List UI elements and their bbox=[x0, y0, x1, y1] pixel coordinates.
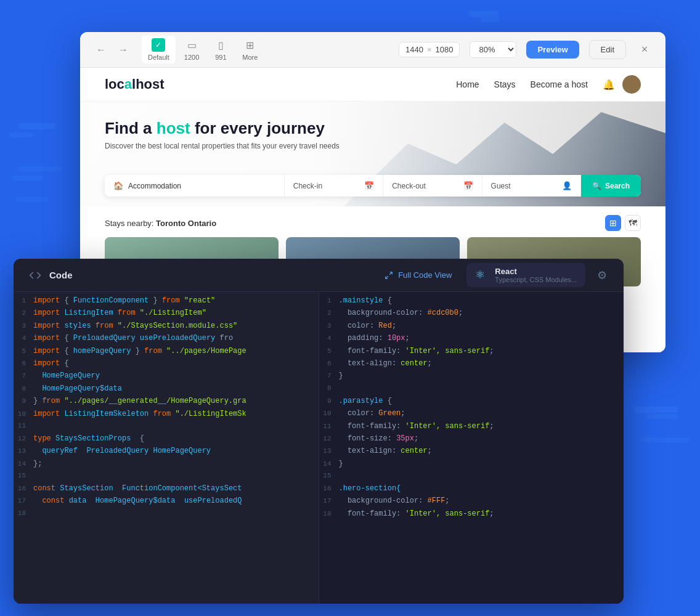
search-button[interactable]: 🔍 Search bbox=[581, 175, 641, 197]
size-separator: × bbox=[427, 45, 432, 54]
code-panel-title: Code bbox=[49, 270, 73, 280]
full-code-view-button[interactable]: Full Code View bbox=[385, 270, 452, 280]
checkin-field[interactable]: Check-in 📅 bbox=[285, 175, 383, 197]
size-display: 1440 × 1080 bbox=[399, 42, 460, 57]
close-button[interactable]: × bbox=[636, 41, 653, 59]
code-line: 8 HomePageQuery$data bbox=[14, 383, 319, 395]
search-icon: 🔍 bbox=[592, 182, 601, 190]
js-code-pane[interactable]: 1import { FunctionComponent } from "reac… bbox=[14, 292, 319, 604]
code-line: 12type StaysSectionProps { bbox=[14, 432, 319, 445]
code-line: 17 const data HomePageQuery$data usePrel… bbox=[14, 495, 319, 507]
code-line: 13 queryRef PreloadedQuery HomePageQuery bbox=[14, 445, 319, 457]
code-line: 18 font-family: 'Inter', sans-serif; bbox=[319, 508, 624, 520]
code-bracket-icon bbox=[26, 266, 44, 285]
device-btn-default[interactable]: ✓ Default bbox=[142, 36, 176, 63]
code-line: 9} from "../pages/__generated__/HomePage… bbox=[14, 395, 319, 407]
code-line: 11 font-family: 'Inter', sans-serif; bbox=[319, 420, 624, 432]
code-panel: Code Full Code View ⚛ React Typescript, … bbox=[14, 259, 624, 604]
svg-line-0 bbox=[389, 272, 392, 274]
hero-title: Find a host for every journey bbox=[105, 119, 641, 138]
site-logo: localhost bbox=[105, 76, 165, 92]
deco-box-9 bbox=[647, 414, 678, 419]
react-logo-icon: ⚛ bbox=[475, 268, 490, 283]
avatar[interactable] bbox=[622, 75, 641, 94]
code-line: 2import ListingItem from "./ListingItem" bbox=[14, 307, 319, 319]
bell-icon[interactable]: 🔔 bbox=[603, 79, 615, 91]
deco-box-3 bbox=[18, 123, 55, 129]
nav-icons: 🔔 bbox=[603, 75, 641, 94]
guest-field[interactable]: Guest 👤 bbox=[482, 175, 581, 197]
code-line: 12 font-size: 35px; bbox=[319, 432, 624, 445]
browser-toolbar: ← → ✓ Default ▭ 1200 ▯ 991 ⊞ More 1440 × bbox=[80, 32, 665, 68]
back-button[interactable]: ← bbox=[92, 41, 110, 59]
code-line: 4 padding: 10px; bbox=[319, 332, 624, 344]
deco-box-8 bbox=[635, 407, 678, 413]
code-line: 8 bbox=[319, 383, 624, 395]
zoom-select[interactable]: 80% 100% 75% bbox=[470, 41, 516, 58]
width-value: 1440 bbox=[405, 45, 423, 54]
tablet-icon: ▯ bbox=[214, 38, 227, 52]
code-line: 6import { bbox=[14, 357, 319, 370]
edit-button[interactable]: Edit bbox=[589, 40, 626, 59]
nav-link-stays[interactable]: Stays bbox=[494, 79, 516, 89]
device-btn-1200[interactable]: ▭ 1200 bbox=[178, 36, 205, 63]
code-line: 7} bbox=[319, 370, 624, 382]
grid-view-button[interactable]: ⊞ bbox=[605, 215, 621, 231]
nav-buttons: ← → bbox=[92, 41, 132, 59]
react-info: React Typescript, CSS Modules... bbox=[495, 267, 577, 283]
search-bar: 🏠 Accommodation Check-in 📅 Check-out 📅 G… bbox=[105, 175, 641, 197]
deco-box-5 bbox=[18, 166, 62, 171]
svg-line-1 bbox=[386, 276, 388, 278]
checkout-field[interactable]: Check-out 📅 bbox=[383, 175, 482, 197]
map-view-button[interactable]: 🗺 bbox=[625, 215, 641, 231]
deco-box-6 bbox=[12, 176, 43, 180]
code-line: 16.hero-section{ bbox=[319, 482, 624, 495]
code-line: 4import { PreloadedQuery usePreloadedQue… bbox=[14, 332, 319, 344]
deco-box-4 bbox=[9, 132, 34, 137]
hero-section: Find a host for every journey Discover t… bbox=[80, 102, 665, 206]
nav-link-become-host[interactable]: Become a host bbox=[531, 79, 588, 89]
code-line: 10 color: Green; bbox=[319, 407, 624, 419]
code-line: 9.parastyle { bbox=[319, 395, 624, 407]
deco-box-10 bbox=[641, 437, 690, 442]
hero-content: Find a host for every journey Discover t… bbox=[80, 102, 665, 168]
device-buttons: ✓ Default ▭ 1200 ▯ 991 ⊞ More bbox=[142, 36, 264, 63]
forward-button[interactable]: → bbox=[115, 41, 132, 59]
code-line: 3 color: Red; bbox=[319, 320, 624, 332]
stays-header: Stays nearby: Toronto Ontario ⊞ 🗺 bbox=[105, 215, 641, 231]
deco-box-1 bbox=[468, 11, 499, 17]
home-icon: 🏠 bbox=[113, 181, 123, 190]
view-toggle: ⊞ 🗺 bbox=[605, 215, 641, 231]
device-btn-more[interactable]: ⊞ More bbox=[236, 36, 264, 63]
person-icon: 👤 bbox=[562, 181, 572, 190]
code-line: 6 text-align: center; bbox=[319, 357, 624, 370]
more-icon: ⊞ bbox=[243, 38, 257, 52]
checkout-label: Check-out bbox=[392, 182, 426, 190]
code-line: 18 bbox=[14, 508, 319, 520]
code-line: 16const StaysSection FunctionComponent<S… bbox=[14, 482, 319, 495]
code-line: 5 font-family: 'Inter', sans-serif; bbox=[319, 345, 624, 357]
preview-button[interactable]: Preview bbox=[526, 41, 579, 59]
height-value: 1080 bbox=[436, 45, 454, 54]
calendar-icon-2: 📅 bbox=[463, 181, 473, 190]
settings-button[interactable]: ⚙ bbox=[593, 266, 611, 285]
code-line: 2 background-color: #cdc0b0; bbox=[319, 307, 624, 319]
deco-box-7 bbox=[15, 197, 49, 202]
code-line: 10import ListingItemSkeleton from "./Lis… bbox=[14, 408, 319, 420]
hero-subtitle: Discover the best local rental propertie… bbox=[105, 142, 641, 150]
css-code-pane[interactable]: 1.mainstyle { 2 background-color: #cdc0b… bbox=[319, 292, 624, 604]
device-btn-991[interactable]: ▯ 991 bbox=[208, 36, 234, 63]
monitor-icon: ▭ bbox=[185, 38, 198, 52]
accommodation-field[interactable]: 🏠 Accommodation bbox=[105, 175, 285, 197]
react-badge: ⚛ React Typescript, CSS Modules... bbox=[466, 263, 585, 287]
code-line: 14} bbox=[319, 458, 624, 470]
code-line: 15 bbox=[319, 470, 624, 482]
code-line: 7 HomePageQuery bbox=[14, 370, 319, 382]
checkin-label: Check-in bbox=[293, 182, 322, 190]
stays-title: Stays nearby: Toronto Ontario bbox=[105, 219, 216, 228]
nav-link-home[interactable]: Home bbox=[456, 79, 479, 89]
code-line: 5import { homePageQuery } from "../pages… bbox=[14, 345, 319, 357]
code-line: 15 bbox=[14, 470, 319, 482]
accommodation-label: Accommodation bbox=[128, 182, 181, 190]
guest-label: Guest bbox=[491, 182, 511, 190]
